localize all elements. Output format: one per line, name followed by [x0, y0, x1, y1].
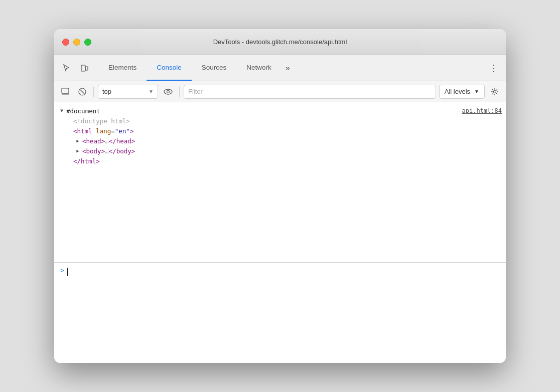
expand-body-icon[interactable]: ▶	[74, 147, 81, 154]
console-toolbar: top ▼ All levels ▼	[54, 81, 506, 102]
tabbar-right-icons: ⋮	[486, 55, 502, 81]
minimize-button[interactable]	[73, 39, 80, 46]
titlebar: DevTools - devtools.glitch.me/console/ap…	[54, 29, 506, 55]
device-icon	[80, 64, 88, 72]
tab-elements[interactable]: Elements	[98, 55, 147, 81]
more-tabs-button[interactable]: »	[282, 55, 294, 81]
toolbar-divider-2	[179, 87, 180, 97]
context-chevron-icon: ▼	[149, 89, 154, 94]
gear-icon	[491, 88, 499, 96]
devtools-settings-button[interactable]: ⋮	[486, 60, 502, 76]
console-prompt: >	[60, 267, 64, 275]
tabbar-left-icons	[58, 55, 92, 81]
tab-console[interactable]: Console	[147, 55, 192, 81]
expand-head-icon[interactable]: ▶	[74, 137, 81, 144]
devtools-window: DevTools - devtools.glitch.me/console/ap…	[54, 29, 506, 363]
tabs: Elements Console Sources Network »	[98, 55, 482, 81]
html-open-row: <html lang="en">	[54, 126, 506, 136]
document-row[interactable]: ▼ #document api.html:84	[54, 106, 506, 116]
console-output: ▼ #document api.html:84 <!doctype html> …	[54, 102, 506, 263]
toolbar-divider-1	[93, 87, 94, 97]
live-expressions-button[interactable]	[161, 85, 175, 99]
clear-icon	[78, 88, 86, 96]
close-button[interactable]	[62, 39, 69, 46]
svg-rect-1	[85, 67, 88, 70]
svg-point-7	[164, 89, 172, 94]
doctype-row: <!doctype html>	[54, 116, 506, 126]
svg-rect-3	[62, 93, 69, 95]
tab-sources[interactable]: Sources	[192, 55, 237, 81]
svg-point-9	[494, 90, 496, 93]
head-row[interactable]: ▶ <head>…</head>	[54, 136, 506, 146]
console-input-area[interactable]: >	[54, 263, 506, 363]
select-element-icon[interactable]	[58, 60, 74, 76]
svg-line-6	[80, 90, 84, 94]
context-selector[interactable]: top ▼	[98, 85, 158, 99]
tab-network[interactable]: Network	[236, 55, 282, 81]
body-row[interactable]: ▶ <body>…</body>	[54, 146, 506, 156]
levels-chevron-icon: ▼	[474, 89, 479, 94]
svg-rect-2	[62, 88, 69, 93]
window-title: DevTools - devtools.glitch.me/console/ap…	[213, 38, 347, 46]
device-toolbar-icon[interactable]	[76, 60, 92, 76]
cursor-icon	[62, 64, 70, 72]
clear-console-button[interactable]	[75, 85, 89, 99]
tabbar: Elements Console Sources Network » ⋮	[54, 55, 506, 81]
traffic-lights	[62, 39, 91, 46]
svg-rect-0	[81, 65, 85, 71]
html-close-row: </html>	[54, 156, 506, 166]
maximize-button[interactable]	[84, 39, 91, 46]
filter-input[interactable]	[184, 85, 436, 99]
console-cursor	[67, 268, 68, 276]
show-drawer-button[interactable]	[58, 85, 72, 99]
console-settings-button[interactable]	[488, 85, 502, 99]
collapse-arrow-icon[interactable]: ▼	[58, 107, 65, 114]
eye-icon	[164, 88, 173, 95]
log-levels-button[interactable]: All levels ▼	[439, 85, 485, 99]
drawer-icon	[61, 88, 69, 96]
svg-point-8	[167, 90, 170, 93]
